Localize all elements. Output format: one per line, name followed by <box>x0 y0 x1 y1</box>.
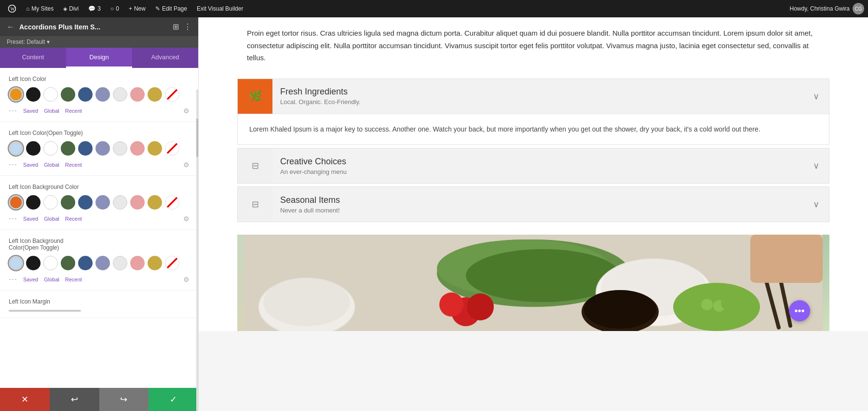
color-swatch-pink-2[interactable] <box>130 141 145 156</box>
global-button-2[interactable]: Global <box>44 162 59 168</box>
my-sites-label: My Sites <box>31 5 54 12</box>
color-swatch-orange-bg[interactable] <box>9 195 23 210</box>
color-swatch-dark-blue-4[interactable] <box>78 256 93 270</box>
redo-button[interactable]: ↪ <box>99 388 149 411</box>
accordion-item-creative-choices: ⊟ Creative Choices An ever-changing menu… <box>237 148 829 184</box>
accordion-header-creative-choices[interactable]: ⊟ Creative Choices An ever-changing menu… <box>238 148 829 183</box>
accordion-icon-box-gray-2: ⊟ <box>238 187 272 222</box>
svg-point-16 <box>701 299 713 310</box>
color-swatch-white-4[interactable] <box>43 256 58 270</box>
accordion-header-fresh-ingredients[interactable]: 🌿 Fresh Ingredients Local. Organic. Eco-… <box>238 79 829 114</box>
color-swatch-light-blue-selected[interactable] <box>9 141 23 156</box>
wp-logo-button[interactable]: W <box>4 0 20 17</box>
user-howdy: Howdy, Christina Gwira CG <box>790 3 864 14</box>
global-button[interactable]: Global <box>44 108 59 114</box>
tab-advanced[interactable]: Advanced <box>132 48 198 68</box>
fab-button[interactable]: ••• <box>789 300 810 321</box>
saved-button-4[interactable]: Saved <box>23 277 38 282</box>
color-swatch-none-4[interactable] <box>165 256 179 270</box>
color-swatch-dark-blue[interactable] <box>78 87 93 102</box>
color-gear-icon-3[interactable]: ⚙ <box>183 215 190 223</box>
global-button-4[interactable]: Global <box>44 277 59 282</box>
more-options-icon[interactable]: ⋮ <box>184 22 191 31</box>
fresh-ingredients-subtitle: Local. Organic. Eco-Friendly. <box>280 98 796 106</box>
color-more-dots-3[interactable]: ··· <box>9 213 17 224</box>
color-gear-icon[interactable]: ⚙ <box>183 107 190 115</box>
color-swatch-none-2[interactable] <box>165 141 179 156</box>
color-swatch-black-3[interactable] <box>26 195 41 210</box>
color-swatch-black-2[interactable] <box>26 141 41 156</box>
recent-button-4[interactable]: Recent <box>65 277 82 282</box>
sidebar-scrollbar[interactable] <box>196 90 198 411</box>
undo-button[interactable]: ↩ <box>50 388 99 411</box>
color-swatch-dark-green[interactable] <box>61 87 75 102</box>
color-swatch-medium-blue-4[interactable] <box>95 256 110 270</box>
color-more-dots-2[interactable]: ··· <box>9 159 17 170</box>
color-swatch-light-gray-3[interactable] <box>113 195 127 210</box>
svg-point-18 <box>721 298 732 309</box>
color-swatch-white-2[interactable] <box>43 141 58 156</box>
fresh-ingredients-icon: 🌿 <box>249 90 262 103</box>
color-swatch-light-blue-bg[interactable] <box>9 256 23 270</box>
saved-button[interactable]: Saved <box>23 108 38 114</box>
color-swatch-white-3[interactable] <box>43 195 58 210</box>
creative-choices-title-block: Creative Choices An ever-changing menu <box>272 150 803 182</box>
color-swatch-medium-blue-3[interactable] <box>95 195 110 210</box>
left-icon-color-section: Left Icon Color ··· Saved Global <box>0 68 198 122</box>
cancel-button[interactable]: ✕ <box>0 388 50 411</box>
color-swatch-dark-green-3[interactable] <box>61 195 75 210</box>
color-swatch-black-4[interactable] <box>26 256 41 270</box>
color-more-dots-4[interactable]: ··· <box>9 274 17 284</box>
grid-icon[interactable]: ⊞ <box>173 22 179 31</box>
color-swatch-gold-2[interactable] <box>148 141 162 156</box>
color-swatch-light-gray[interactable] <box>113 87 127 102</box>
color-swatch-dark-green-2[interactable] <box>61 141 75 156</box>
accordion-icon-box-orange: 🌿 <box>238 79 272 114</box>
saved-button-2[interactable]: Saved <box>23 162 38 168</box>
divi-button[interactable]: ◈ Divi <box>59 0 82 17</box>
color-swatch-dark-green-4[interactable] <box>61 256 75 270</box>
recent-button-2[interactable]: Recent <box>65 162 82 168</box>
global-button-3[interactable]: Global <box>44 216 59 222</box>
tab-content[interactable]: Content <box>0 48 66 68</box>
color-swatch-pink[interactable] <box>130 87 145 102</box>
color-swatch-gold[interactable] <box>148 87 162 102</box>
color-swatch-pink-3[interactable] <box>130 195 145 210</box>
color-more-dots[interactable]: ··· <box>9 106 17 116</box>
color-swatch-none[interactable] <box>165 87 179 102</box>
edit-page-icon: ✎ <box>155 5 160 12</box>
color-swatch-gold-3[interactable] <box>148 195 162 210</box>
color-swatch-gold-4[interactable] <box>148 256 162 270</box>
accordion-header-seasonal-items[interactable]: ⊟ Seasonal Items Never a dull moment! ∨ <box>238 187 829 222</box>
my-sites-button[interactable]: ⌂ My Sites <box>22 0 57 17</box>
color-swatch-light-gray-4[interactable] <box>113 256 127 270</box>
recent-button[interactable]: Recent <box>65 108 82 114</box>
color-swatch-pink-4[interactable] <box>130 256 145 270</box>
bubble-button[interactable]: ○ 0 <box>107 0 123 17</box>
food-image-svg <box>237 235 829 331</box>
color-swatch-black[interactable] <box>26 87 41 102</box>
edit-page-button[interactable]: ✎ Edit Page <box>151 0 191 17</box>
color-swatch-medium-blue[interactable] <box>95 87 110 102</box>
color-gear-icon-2[interactable]: ⚙ <box>183 161 190 169</box>
recent-button-3[interactable]: Recent <box>65 216 82 222</box>
saved-button-3[interactable]: Saved <box>23 216 38 222</box>
tab-design[interactable]: Design <box>66 48 132 68</box>
color-swatch-light-gray-2[interactable] <box>113 141 127 156</box>
accordion-icon-box-gray-1: ⊟ <box>238 148 272 183</box>
back-arrow-icon[interactable]: ← <box>7 23 14 31</box>
color-swatch-medium-blue-2[interactable] <box>95 141 110 156</box>
confirm-button[interactable]: ✓ <box>149 388 198 411</box>
comments-button[interactable]: 💬 3 <box>84 0 105 17</box>
left-icon-margin-slider[interactable] <box>9 310 81 312</box>
color-swatch-orange[interactable] <box>9 87 23 102</box>
new-button[interactable]: + New <box>125 0 149 17</box>
color-gear-icon-4[interactable]: ⚙ <box>183 276 190 283</box>
color-swatch-dark-blue-3[interactable] <box>78 195 93 210</box>
color-swatch-none-3[interactable] <box>165 195 179 210</box>
color-swatch-white[interactable] <box>43 87 58 102</box>
color-swatch-dark-blue-2[interactable] <box>78 141 93 156</box>
fresh-ingredients-title-block: Fresh Ingredients Local. Organic. Eco-Fr… <box>272 80 803 112</box>
preset-bar[interactable]: Preset: Default ▾ <box>0 36 198 48</box>
exit-visual-builder-button[interactable]: Exit Visual Builder <box>193 0 247 17</box>
